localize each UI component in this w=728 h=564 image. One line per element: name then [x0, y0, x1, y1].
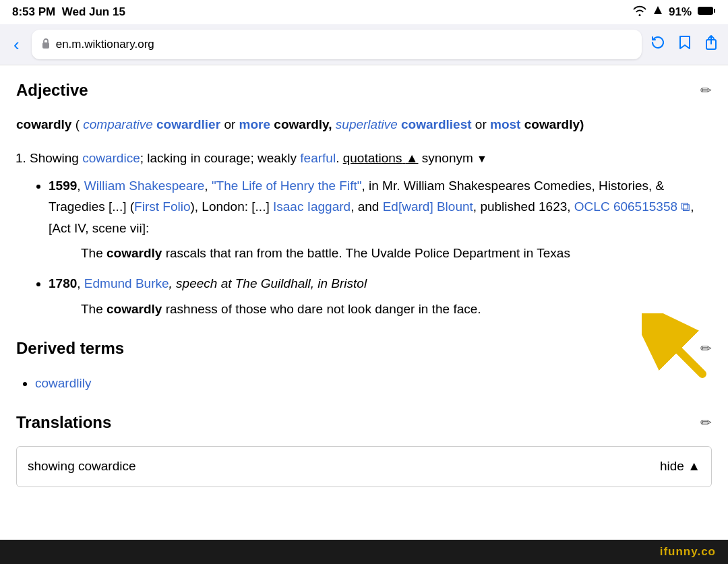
svg-rect-2: [42, 42, 49, 49]
fearful-link[interactable]: fearful: [300, 151, 336, 165]
translations-section: Translations ✏ showing cowardice hide ▲: [16, 410, 712, 487]
superlative-link[interactable]: cowardliest: [401, 117, 472, 131]
signal-icon: [653, 5, 663, 20]
quotation-list: 1599, William Shakespeare, "The Life of …: [49, 175, 712, 319]
definition-intro-line: cowardly ( comparative cowardlier or mor…: [16, 114, 712, 135]
battery-percent: 91%: [669, 5, 692, 19]
browser-bar: ‹ en.m.wiktionary.org: [0, 24, 728, 65]
bookmark-button[interactable]: [678, 34, 692, 55]
definition-item-1: Showing cowardice; lacking in courage; w…: [30, 148, 712, 319]
isaac-iaggard-link[interactable]: Isaac Iaggard: [273, 199, 351, 214]
wifi-icon: [632, 5, 647, 20]
date: Wed Jun 15: [62, 5, 125, 18]
comparative-label[interactable]: comparative: [83, 117, 153, 131]
most-label[interactable]: most: [490, 117, 520, 131]
hide-button[interactable]: hide ▲: [660, 456, 700, 476]
blount-link[interactable]: Ed[ward] Blount: [383, 199, 473, 214]
quote-block-1: The cowardly rascals that ran from the b…: [81, 243, 712, 263]
back-button[interactable]: ‹: [9, 32, 24, 58]
derived-edit-icon[interactable]: ✏: [700, 338, 712, 359]
adjective-edit-icon[interactable]: ✏: [700, 80, 712, 101]
battery-icon: [697, 5, 716, 20]
url-text: en.m.wiktionary.org: [56, 38, 632, 51]
burke-link[interactable]: Edmund Burke: [84, 276, 169, 290]
superlative-label[interactable]: superlative: [336, 117, 398, 131]
section-title: Adjective: [16, 77, 88, 103]
shakespeare-link[interactable]: William Shakespeare: [84, 179, 204, 193]
share-button[interactable]: [704, 34, 719, 55]
adjective-section-header: Adjective ✏: [16, 77, 712, 103]
lock-icon: [41, 38, 51, 51]
ifunny-bar: ifunny.co: [0, 540, 728, 564]
ifunny-logo: ifunny.co: [660, 545, 716, 559]
derived-terms-section: Derived terms ✏ cowardlily: [16, 336, 712, 394]
translations-edit-icon[interactable]: ✏: [700, 412, 712, 433]
svg-rect-0: [698, 7, 713, 15]
translations-header: Translations ✏: [16, 410, 712, 435]
translations-box-label: showing cowardice: [28, 456, 136, 476]
superlative-main: cowardly): [524, 117, 584, 131]
page-content: Adjective ✏ cowardly ( comparative cowar…: [0, 65, 728, 499]
time: 8:53 PM: [12, 5, 55, 18]
status-right-icons: 91%: [632, 5, 716, 20]
derived-terms-list: cowardlily: [35, 373, 712, 394]
synonym-toggle[interactable]: ▼: [477, 153, 487, 164]
quote-item-2: 1780, Edmund Burke, speech at The Guildh…: [49, 273, 712, 319]
svg-rect-1: [714, 9, 715, 13]
henry-fift-link[interactable]: "The Life of Henry the Fift": [212, 179, 362, 193]
open-paren: (: [75, 117, 80, 131]
cowardlily-link[interactable]: cowardlily: [35, 376, 91, 390]
status-time-date: 8:53 PM Wed Jun 15: [12, 5, 125, 19]
quote-item-1: 1599, William Shakespeare, "The Life of …: [49, 175, 712, 263]
year-1599: 1599: [49, 179, 77, 193]
translations-box: showing cowardice hide ▲: [16, 446, 712, 487]
first-folio-link[interactable]: First Folio: [134, 199, 190, 214]
definition-list: Showing cowardice; lacking in courage; w…: [30, 148, 712, 319]
year-1780: 1780: [49, 276, 77, 290]
status-bar: 8:53 PM Wed Jun 15 91%: [0, 0, 728, 24]
burke-speech: , speech at The Guildhall, in Bristol: [169, 276, 367, 290]
quotations-button[interactable]: quotations ▲: [343, 151, 419, 165]
comparative-main: cowardly,: [274, 117, 336, 131]
browser-actions: [650, 34, 719, 55]
oclc-link[interactable]: OCLC 606515358 ⧉: [574, 199, 690, 214]
translations-title: Translations: [16, 410, 111, 435]
url-bar[interactable]: en.m.wiktionary.org: [32, 30, 642, 59]
more-label[interactable]: more: [239, 117, 270, 131]
word-main: cowardly: [16, 117, 71, 131]
derived-terms-header: Derived terms ✏: [16, 336, 712, 361]
quote-block-2: The cowardly rashness of those who dare …: [81, 299, 712, 319]
derived-term-item: cowardlily: [35, 373, 712, 394]
reload-button[interactable]: [650, 34, 666, 55]
derived-terms-title: Derived terms: [16, 336, 124, 361]
cowardice-link[interactable]: cowardice: [82, 151, 140, 165]
comparative-link1[interactable]: cowardlier: [156, 117, 220, 131]
